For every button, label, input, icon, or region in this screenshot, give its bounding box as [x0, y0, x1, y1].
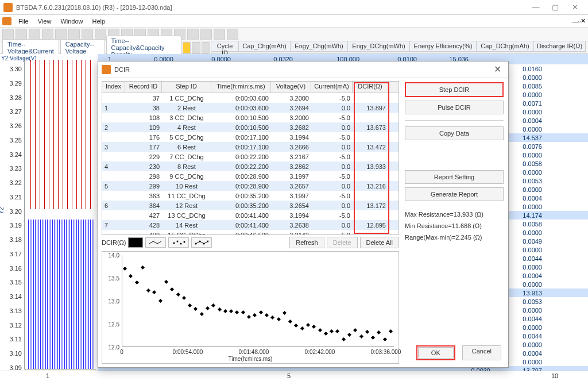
table-row[interactable]: 742814 Rest0:00:41.4003.26380.012.895	[102, 220, 399, 230]
nav-next-icon[interactable]	[202, 42, 210, 53]
menu-help[interactable]: Help	[88, 18, 110, 25]
table-row[interactable]: 21094 Rest0:00:10.5003.26820.013.673	[102, 122, 399, 132]
toolbar-button[interactable]	[95, 29, 106, 40]
cancel-button[interactable]: Cancel	[462, 345, 501, 360]
line-style-btn[interactable]	[145, 237, 166, 248]
data-point	[330, 329, 334, 333]
dialog-close-icon[interactable]: ✕	[490, 64, 505, 75]
table-row[interactable]: 2989 CC_DChg0:00:28.9003.1997-5.0	[102, 171, 399, 181]
tab-time-vc[interactable]: Time--Voltage&Current	[2, 39, 59, 56]
data-point	[235, 310, 239, 314]
line-scatter-style-btn[interactable]	[191, 237, 212, 248]
table-row[interactable]: 42308 Rest0:00:22.2003.28620.013.933	[102, 161, 399, 171]
data-point	[347, 333, 351, 337]
svg-point-4	[195, 243, 197, 245]
th-step-id[interactable]: Step ID	[162, 82, 211, 93]
col-cap-chg[interactable]: Cap_Chg(mAh)	[239, 41, 291, 51]
max-resistance-label: Max Resistance=13.933 (Ω)	[405, 209, 504, 221]
th-voltage[interactable]: Voltage(V)	[271, 82, 311, 93]
svg-point-3	[184, 241, 185, 243]
delete-button[interactable]: Delete	[327, 237, 358, 248]
th-time[interactable]: Time(h:min:s.ms)	[211, 82, 271, 93]
step-dcir-button[interactable]: Step DCIR	[405, 82, 504, 97]
dialog-titlebar[interactable]: DCIR ✕	[98, 61, 508, 78]
toolbar-button[interactable]	[29, 29, 40, 40]
data-point	[318, 328, 322, 332]
minimize-button[interactable]: —	[526, 3, 546, 11]
table-row[interactable]: 31776 Rest0:00:17.1003.26660.013.472	[102, 142, 399, 152]
dcir-scatter-plot[interactable]: Time(h:min:s.ms) 14.013.513.012.512.000:…	[102, 251, 399, 364]
voltage-chart-panel: Y2:Voltage(V) Y2 3.303.293.283.273.263.2…	[0, 54, 98, 381]
range-label: Range(Max-min)=2.245 (Ω)	[405, 232, 504, 244]
data-point	[135, 280, 139, 284]
current-plot	[28, 220, 95, 369]
table-row[interactable]: 42713 CC_DChg0:00:41.4003.1994-5.0	[102, 210, 399, 220]
th-dcir[interactable]: DCIR(Ω)	[353, 82, 388, 93]
data-point	[182, 296, 186, 300]
menu-file[interactable]: File	[14, 18, 33, 25]
refresh-button[interactable]: Refresh	[289, 237, 324, 248]
table-row[interactable]: 1765 CC_DChg0:00:17.1003.1994-5.0	[102, 132, 399, 142]
toolbar-button[interactable]	[227, 29, 238, 40]
menubar: File View Window Help — ▫ ✕	[0, 15, 588, 28]
bottom-ruler[interactable]: 1 5 10	[0, 371, 588, 381]
close-button[interactable]: ✕	[565, 3, 585, 11]
dcir-plot-label: DCIR(Ω)	[102, 239, 126, 246]
th-index[interactable]: Index	[102, 82, 125, 93]
svg-point-5	[199, 241, 201, 243]
data-point	[123, 267, 127, 271]
dialog-title: DCIR	[114, 66, 490, 73]
data-point	[294, 324, 298, 328]
table-row[interactable]: 529910 Rest0:00:28.9003.26570.013.216	[102, 181, 399, 191]
table-row[interactable]: 2297 CC_DChg0:00:22.2003.2167-5.0	[102, 152, 399, 161]
toolbar-button[interactable]	[82, 29, 93, 40]
toolbar-button[interactable]	[200, 29, 212, 40]
mdi-close-button[interactable]: ✕	[581, 17, 586, 25]
menu-window[interactable]: Window	[56, 18, 87, 25]
data-point	[276, 317, 280, 321]
toolbar-button[interactable]	[16, 29, 27, 40]
toolbar-button[interactable]	[2, 29, 14, 40]
tab-capacity-voltage[interactable]: Capacity--Voltage	[60, 39, 105, 56]
col-engy-dchg[interactable]: Engy_DChg(mWh)	[348, 41, 410, 51]
toolbar-button[interactable]	[42, 29, 53, 40]
toolbar-button[interactable]	[68, 29, 80, 40]
maximize-button[interactable]: ▢	[546, 3, 565, 11]
voltage-plot[interactable]	[24, 57, 96, 370]
copy-data-button[interactable]: Copy Data	[405, 126, 504, 140]
table-row[interactable]: 371 CC_DChg0:00:03.6003.2000-5.0	[102, 93, 399, 103]
table-row[interactable]: 1083 CC_DChg0:00:10.5003.2000-5.0	[102, 113, 399, 122]
nav-prev-icon[interactable]	[192, 42, 200, 53]
generate-report-button[interactable]: Generate Report	[405, 187, 504, 201]
mdi-minimize-button[interactable]: —	[572, 18, 578, 25]
data-point	[353, 328, 357, 332]
data-point	[200, 312, 204, 316]
color-swatch[interactable]	[128, 237, 143, 248]
ok-button[interactable]: OK	[418, 347, 454, 359]
scatter-style-btn[interactable]	[168, 237, 189, 248]
pulse-dcir-button[interactable]: Pulse DCIR	[405, 101, 504, 114]
delete-all-button[interactable]: Delete All	[360, 237, 399, 248]
col-energy-eff[interactable]: Energy Efficiency(%)	[410, 41, 477, 51]
menu-view[interactable]: View	[33, 18, 56, 25]
toolbar-button[interactable]	[187, 29, 199, 40]
col-cap-dchg[interactable]: Cap_DChg(mAh)	[477, 41, 534, 51]
data-point	[152, 290, 156, 294]
table-row[interactable]: 48015 CC_DChg0:00:46.5003.2142-5.0	[102, 230, 399, 234]
report-setting-button[interactable]: Report Setting	[405, 170, 504, 184]
data-point	[371, 336, 375, 340]
col-cycle-id[interactable]: Cycle ID	[211, 41, 239, 51]
th-current[interactable]: Current(mA)	[311, 82, 353, 93]
table-row[interactable]: 36311 CC_DChg0:00:35.2003.1997-5.0	[102, 191, 399, 201]
toolbar-button[interactable]	[55, 29, 67, 40]
table-row[interactable]: 636412 Rest0:00:35.2003.26540.013.172	[102, 201, 399, 210]
table-row[interactable]: 1382 Rest0:00:03.6003.26940.013.897	[102, 103, 399, 113]
col-engy-chg[interactable]: Engy_Chg(mWh)	[291, 41, 348, 51]
col-discharge-ir[interactable]: Discharge IR(Ω)	[534, 41, 586, 51]
th-record-id[interactable]: Record ID	[125, 82, 162, 93]
data-point	[146, 288, 150, 293]
data-point	[342, 337, 346, 341]
star-icon[interactable]	[183, 42, 191, 53]
data-point	[164, 280, 168, 284]
toolbar-button[interactable]	[214, 29, 225, 40]
